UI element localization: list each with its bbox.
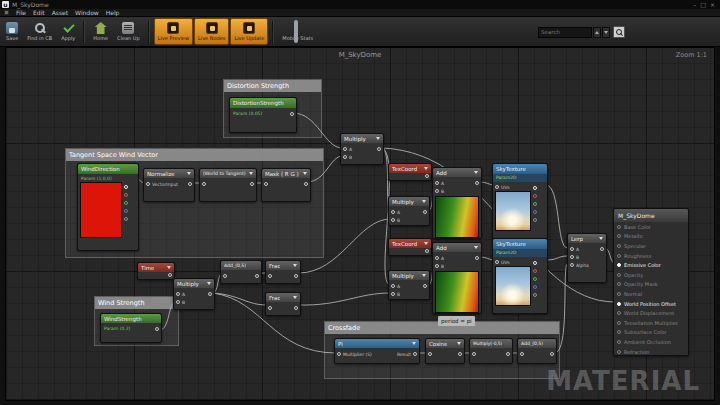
input-pin[interactable] <box>617 282 621 286</box>
output-pin-r[interactable] <box>533 269 537 273</box>
node-frac-b[interactable]: Frac <box>265 292 301 316</box>
node-material-result[interactable]: M_SkyDome Base Color Metallic Specular R… <box>613 208 689 356</box>
output-pin[interactable] <box>458 352 462 356</box>
input-pin[interactable] <box>617 244 621 248</box>
input-pin-alpha[interactable] <box>570 263 574 267</box>
chevron-down-icon[interactable] <box>207 282 211 285</box>
node-multiply-neg-half[interactable]: Multiply(-0,5) <box>469 338 513 364</box>
output-pin-rgb[interactable] <box>533 261 537 265</box>
output-pin[interactable] <box>475 256 479 260</box>
input-pin-a[interactable] <box>391 210 395 214</box>
output-pin-a[interactable] <box>533 218 537 222</box>
output-pin[interactable] <box>425 249 429 253</box>
input-pin-b[interactable] <box>176 300 180 304</box>
output-pin[interactable] <box>377 147 381 151</box>
input-pin[interactable] <box>146 182 150 186</box>
input-pin[interactable] <box>617 254 621 258</box>
node-wind-direction[interactable]: WindDirection Param (1,0,0) <box>77 163 139 251</box>
node-normalize[interactable]: Normalize VectorInput <box>143 168 195 202</box>
input-pin-a[interactable] <box>176 292 180 296</box>
node-frac-a[interactable]: Frac <box>265 260 301 284</box>
input-pin-a[interactable] <box>343 147 347 151</box>
input-pin-a[interactable] <box>435 256 439 260</box>
clean-up-button[interactable]: Clean Up <box>113 18 144 45</box>
input-pin[interactable] <box>520 352 524 356</box>
output-pin[interactable] <box>475 181 479 185</box>
search-next-button[interactable] <box>602 27 610 38</box>
find-button[interactable] <box>613 26 625 38</box>
node-texcoord-b[interactable]: TexCoord <box>388 238 432 256</box>
node-time[interactable]: Time <box>137 262 175 280</box>
output-pin[interactable] <box>294 306 298 310</box>
output-pin-b[interactable] <box>124 209 128 213</box>
chevron-down-icon[interactable] <box>599 237 603 240</box>
output-pin-g[interactable] <box>124 201 128 205</box>
chevron-down-icon[interactable] <box>249 172 253 175</box>
node-mask-rg[interactable]: Mask ( R G ) <box>261 168 311 202</box>
input-pin[interactable] <box>428 352 432 356</box>
node-sky-texture-a[interactable]: SkyTexture Param2D UVs <box>492 163 548 239</box>
output-pin-b[interactable] <box>533 285 537 289</box>
node-add-uv-b[interactable]: Add A B <box>432 242 482 314</box>
node-multiply-distortion[interactable]: Multiply A B <box>340 133 384 165</box>
output-pin[interactable] <box>188 182 192 186</box>
output-pin[interactable] <box>423 210 427 214</box>
chevron-down-icon[interactable] <box>424 242 428 245</box>
chevron-down-icon[interactable] <box>457 342 461 345</box>
input-pin[interactable] <box>617 350 621 354</box>
maximize-button[interactable]: □ <box>700 0 706 9</box>
menu-window[interactable]: Window <box>75 9 99 17</box>
input-pin[interactable] <box>617 330 621 334</box>
node-texcoord-a[interactable]: TexCoord <box>388 163 432 181</box>
input-pin[interactable] <box>617 234 621 238</box>
menu-file[interactable]: File <box>16 9 26 17</box>
output-pin[interactable] <box>600 247 604 251</box>
input-pin[interactable] <box>617 263 621 267</box>
output-pin-r[interactable] <box>533 194 537 198</box>
output-pin[interactable] <box>294 274 298 278</box>
output-pin-rgba[interactable] <box>124 185 128 189</box>
input-pin-uvs[interactable] <box>495 260 499 264</box>
save-button[interactable]: Save <box>2 18 22 45</box>
output-pin[interactable] <box>425 174 429 178</box>
input-pin[interactable] <box>223 274 227 278</box>
input-pin-a[interactable] <box>435 181 439 185</box>
output-pin[interactable] <box>255 274 259 278</box>
node-cosine[interactable]: Cosine <box>425 338 465 364</box>
comment-title[interactable]: Wind Strength <box>95 297 178 309</box>
minimize-button[interactable]: – <box>693 0 696 9</box>
input-pin-b[interactable] <box>435 264 439 268</box>
input-pin[interactable] <box>617 321 621 325</box>
node-lerp[interactable]: Lerp A B Alpha <box>567 233 607 283</box>
input-pin[interactable] <box>617 273 621 277</box>
input-pin[interactable] <box>617 292 621 296</box>
output-pin-a[interactable] <box>533 293 537 297</box>
output-pin[interactable] <box>506 352 510 356</box>
input-pin-b[interactable] <box>570 255 574 259</box>
input-pin[interactable] <box>617 340 621 344</box>
live-update-toggle[interactable]: Live Update <box>230 18 268 45</box>
chevron-down-icon[interactable] <box>376 137 380 140</box>
input-pin[interactable] <box>202 182 206 186</box>
chevron-down-icon[interactable] <box>474 171 478 174</box>
menu-help[interactable]: Help <box>106 9 120 17</box>
chevron-down-icon[interactable] <box>424 167 428 170</box>
apply-button[interactable]: Apply <box>57 18 79 45</box>
chevron-down-icon[interactable] <box>167 266 171 269</box>
search-input[interactable] <box>538 27 592 38</box>
chevron-down-icon[interactable] <box>187 172 191 175</box>
graph-canvas[interactable]: M_SkyDome Zoom 1:1 MATERIAL Distortion S… <box>5 47 715 401</box>
node-add-uv-a[interactable]: Add A B <box>432 167 482 239</box>
output-pin[interactable] <box>250 182 254 186</box>
input-pin[interactable] <box>268 306 272 310</box>
node-sky-texture-b[interactable]: SkyTexture Param2D UVs <box>492 238 548 314</box>
menu-edit[interactable]: Edit <box>33 9 45 17</box>
input-pin-a[interactable] <box>570 247 574 251</box>
search-prev-button[interactable] <box>593 27 601 38</box>
output-pin[interactable] <box>550 352 554 356</box>
output-pin-g[interactable] <box>533 277 537 281</box>
node-pi[interactable]: Pi Multiplier (S) Result <box>334 338 420 364</box>
output-pin[interactable] <box>168 273 172 277</box>
input-pin-b[interactable] <box>435 189 439 193</box>
chevron-down-icon[interactable] <box>422 200 426 203</box>
